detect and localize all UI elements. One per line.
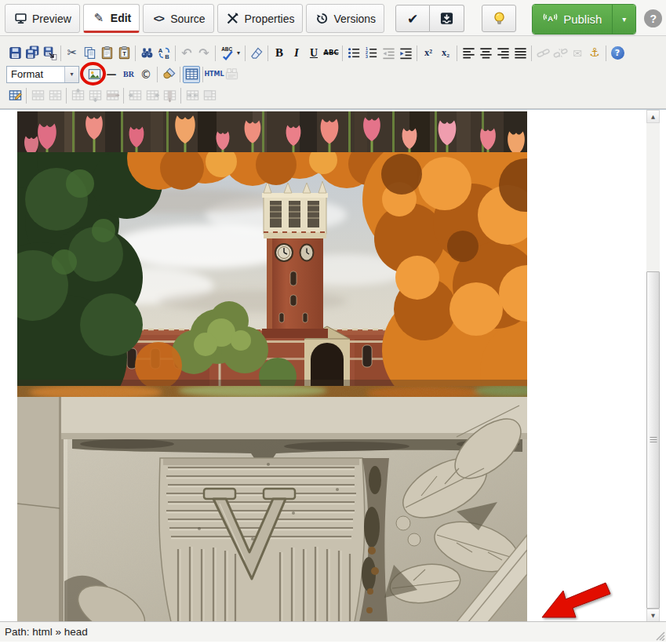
undo-icon: ↶ bbox=[181, 47, 191, 60]
table-properties-button[interactable] bbox=[6, 87, 24, 104]
insert-table-button[interactable] bbox=[183, 66, 200, 83]
edit-html-button[interactable]: HTML bbox=[206, 66, 223, 83]
insert-row-above-button bbox=[69, 87, 86, 104]
suggestion-button[interactable] bbox=[482, 5, 516, 32]
bold-button[interactable]: B bbox=[271, 45, 288, 62]
indent-icon bbox=[399, 45, 413, 60]
insert-row-above-icon bbox=[71, 88, 86, 103]
find-button[interactable] bbox=[138, 45, 155, 62]
toolbar-separator bbox=[267, 45, 268, 61]
scroll-up-button[interactable]: ▲ bbox=[646, 110, 660, 123]
anchor-icon: ⚓ bbox=[589, 47, 599, 59]
horizontal-rule-icon: — bbox=[107, 69, 117, 79]
toolbar-separator bbox=[202, 67, 203, 82]
format-select[interactable]: Format▾ bbox=[6, 66, 79, 83]
mailto-button: ✉ bbox=[569, 45, 586, 62]
editor-canvas[interactable]: ▲ ▼ bbox=[0, 109, 666, 621]
campus-photo-art bbox=[17, 152, 527, 386]
numbered-list-button[interactable] bbox=[362, 45, 380, 62]
campus-autumn-photo[interactable] bbox=[17, 152, 527, 386]
tab-versions[interactable]: Versions bbox=[306, 4, 384, 33]
paste-text-button[interactable] bbox=[115, 45, 133, 62]
spellcheck-button[interactable]: ▾ bbox=[218, 45, 242, 62]
tab-preview[interactable]: Preview bbox=[5, 4, 80, 33]
toolbar-separator bbox=[157, 67, 158, 82]
superscript-icon: x² bbox=[424, 48, 432, 58]
save-and-exit-button[interactable] bbox=[430, 5, 464, 32]
save-as-button[interactable] bbox=[24, 45, 41, 62]
save-button[interactable] bbox=[6, 45, 24, 62]
publish-button[interactable]: Publish bbox=[533, 5, 612, 34]
align-right-button[interactable] bbox=[494, 45, 511, 62]
find-replace-button[interactable] bbox=[155, 45, 173, 62]
cleanup-code-button[interactable] bbox=[160, 66, 177, 83]
anchor-button[interactable]: ⚓ bbox=[586, 45, 603, 62]
table-properties-icon bbox=[8, 88, 23, 103]
insert-image-button[interactable] bbox=[86, 66, 103, 83]
save-exit-button[interactable] bbox=[41, 45, 58, 62]
editor-vertical-scrollbar[interactable]: ▲ ▼ bbox=[646, 110, 660, 621]
publish-split-button: Publish ▾ bbox=[532, 4, 636, 35]
insert-column-left-button bbox=[126, 87, 144, 104]
resize-grip-icon[interactable] bbox=[653, 628, 665, 641]
italic-button[interactable]: I bbox=[288, 45, 305, 62]
tab-edit[interactable]: ✎Edit bbox=[83, 4, 140, 33]
align-justify-button[interactable] bbox=[511, 45, 529, 62]
edit-html-icon: HTML bbox=[204, 71, 224, 78]
subscript-button[interactable]: x₂ bbox=[437, 45, 454, 62]
editor-help-button[interactable]: ? bbox=[609, 45, 626, 62]
stone-carving-photo[interactable] bbox=[17, 386, 527, 621]
tab-properties[interactable]: Properties bbox=[217, 4, 304, 33]
cut-button[interactable]: ✂ bbox=[64, 45, 81, 62]
toolbar-separator bbox=[457, 45, 457, 61]
bullet-list-button[interactable] bbox=[345, 45, 362, 62]
strikethrough-icon: ABC bbox=[323, 49, 338, 56]
special-character-button[interactable]: © bbox=[137, 66, 155, 83]
remove-format-icon bbox=[249, 45, 264, 60]
tab-source-label: Source bbox=[170, 13, 205, 25]
horizontal-rule-button[interactable]: — bbox=[103, 66, 120, 83]
copy-button[interactable] bbox=[81, 45, 98, 62]
scrollbar-grip-icon bbox=[650, 437, 657, 443]
tab-edit-label: Edit bbox=[111, 12, 131, 24]
remove-format-button[interactable] bbox=[248, 45, 265, 62]
tab-source[interactable]: <>Source bbox=[143, 4, 213, 33]
align-center-button[interactable] bbox=[477, 45, 494, 62]
delete-row-icon bbox=[105, 88, 120, 103]
publish-dropdown-button[interactable]: ▾ bbox=[612, 5, 635, 34]
row-properties-icon bbox=[31, 88, 45, 103]
paste-button[interactable] bbox=[98, 45, 115, 62]
strikethrough-button[interactable]: ABC bbox=[322, 45, 340, 62]
top-tab-bar: Preview✎Edit<>SourcePropertiesVersions ✔… bbox=[0, 0, 666, 36]
italic-icon: I bbox=[294, 47, 299, 59]
align-left-button[interactable] bbox=[460, 45, 477, 62]
snippet-button bbox=[223, 66, 240, 83]
find-replace-icon bbox=[157, 45, 172, 60]
indent-button[interactable] bbox=[397, 45, 414, 62]
remove-link-button bbox=[551, 45, 569, 62]
monitor-icon bbox=[13, 12, 27, 26]
underline-button[interactable]: U bbox=[305, 45, 322, 62]
toolbar-separator bbox=[175, 45, 176, 61]
status-bar: Path: html » head bbox=[0, 621, 666, 642]
superscript-button[interactable]: x² bbox=[420, 45, 437, 62]
cleanup-code-icon bbox=[162, 67, 177, 82]
merge-cells-button bbox=[201, 87, 218, 104]
scrollbar-thumb[interactable] bbox=[646, 271, 660, 609]
cut-icon: ✂ bbox=[67, 47, 78, 59]
help-button[interactable]: ? bbox=[644, 9, 662, 27]
lightbulb-icon bbox=[491, 10, 508, 27]
tulips-photo-art bbox=[17, 111, 527, 152]
find-icon bbox=[140, 45, 155, 60]
insert-link-button bbox=[534, 45, 551, 62]
broadcast-icon bbox=[543, 12, 558, 27]
line-break-button[interactable]: BR bbox=[120, 66, 137, 83]
redo-button: ↷ bbox=[195, 45, 213, 62]
align-justify-icon bbox=[513, 45, 528, 60]
insert-link-icon bbox=[536, 45, 551, 60]
tab-preview-label: Preview bbox=[32, 13, 71, 25]
scroll-down-button[interactable]: ▼ bbox=[646, 609, 660, 621]
insert-column-right-icon bbox=[145, 88, 160, 103]
save-check-button[interactable]: ✔ bbox=[395, 5, 430, 32]
tulips-photo[interactable] bbox=[17, 111, 527, 152]
